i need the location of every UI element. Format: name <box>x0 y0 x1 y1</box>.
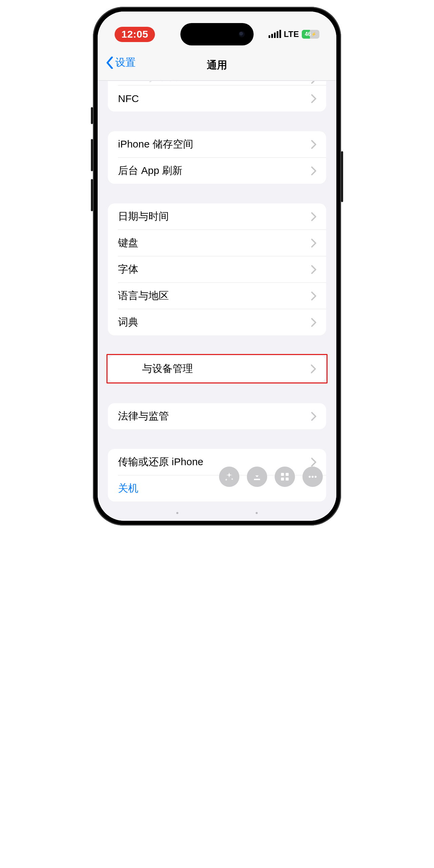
fab-download-button[interactable] <box>247 467 267 487</box>
svg-point-6 <box>315 476 317 478</box>
chevron-right-icon <box>311 265 317 274</box>
power-button[interactable] <box>341 151 343 202</box>
floating-toolbar <box>219 467 323 487</box>
group-storage: iPhone 储存空间 后台 App 刷新 <box>108 131 326 184</box>
svg-point-5 <box>312 476 314 478</box>
grid-icon <box>280 472 290 482</box>
volume-down-button[interactable] <box>91 179 93 211</box>
group-connectivity: CarPlay 车载 NFC <box>108 81 326 112</box>
network-type: LTE <box>284 29 299 39</box>
fab-grid-button[interactable] <box>275 467 295 487</box>
home-indicator <box>176 512 258 515</box>
row-label: NFC <box>118 93 311 104</box>
chevron-right-icon <box>311 239 317 248</box>
chevron-right-icon <box>311 212 317 221</box>
navigation-bar: 设置 通用 <box>98 12 336 81</box>
status-time[interactable]: 12:05 <box>115 27 155 42</box>
row-background-refresh[interactable]: 后台 App 刷新 <box>108 158 326 184</box>
chevron-right-icon <box>311 364 316 373</box>
dynamic-island <box>180 23 254 45</box>
row-label: 词典 <box>118 315 311 329</box>
row-label: CarPlay 车载 <box>118 81 311 84</box>
fab-star-button[interactable] <box>219 467 239 487</box>
chevron-right-icon <box>311 94 317 103</box>
group-system: 日期与时间 键盘 字体 语言与地区 <box>108 203 326 335</box>
chevron-right-icon <box>311 318 317 327</box>
fab-more-button[interactable] <box>302 467 323 487</box>
row-keyboard[interactable]: 键盘 <box>108 230 326 256</box>
svg-rect-0 <box>281 473 284 476</box>
row-legal[interactable]: 法律与监管 <box>108 403 326 429</box>
more-icon <box>308 472 318 482</box>
group-legal: 法律与监管 <box>108 403 326 429</box>
group-device-management: 与设备管理 <box>108 356 326 382</box>
battery-indicator: 46⚡ <box>302 30 319 39</box>
redacted-text <box>118 362 142 373</box>
svg-rect-3 <box>286 478 289 481</box>
row-label: iPhone 储存空间 <box>118 137 311 151</box>
row-nfc[interactable]: NFC <box>108 85 326 112</box>
svg-rect-2 <box>281 478 284 481</box>
row-iphone-storage[interactable]: iPhone 储存空间 <box>108 131 326 157</box>
row-vpn-device-management[interactable]: 与设备管理 <box>108 356 326 382</box>
cellular-signal-icon <box>269 31 281 38</box>
svg-rect-1 <box>286 473 289 476</box>
volume-up-button[interactable] <box>91 139 93 171</box>
page-title: 通用 <box>98 58 336 72</box>
row-label: 键盘 <box>118 236 311 250</box>
download-icon <box>252 472 262 482</box>
phone-frame: 12:05 LTE 46⚡ 设置 通用 CarP <box>93 7 341 526</box>
content-scroll[interactable]: CarPlay 车载 NFC iPhone 储存空间 后台 App 刷新 <box>98 81 336 521</box>
row-label: 法律与监管 <box>118 409 311 423</box>
sparkle-icon <box>224 472 234 482</box>
row-language-region[interactable]: 语言与地区 <box>108 283 326 309</box>
row-label: 语言与地区 <box>118 289 311 303</box>
screen: 12:05 LTE 46⚡ 设置 通用 CarP <box>98 12 336 521</box>
silence-switch[interactable] <box>91 107 93 124</box>
row-dictionary[interactable]: 词典 <box>108 309 326 335</box>
chevron-right-icon <box>311 81 317 84</box>
chevron-right-icon <box>311 292 317 300</box>
chevron-right-icon <box>311 458 317 467</box>
chevron-right-icon <box>311 140 317 149</box>
svg-point-4 <box>309 476 311 478</box>
highlight-annotation: 与设备管理 <box>106 354 328 383</box>
chevron-right-icon <box>311 412 317 421</box>
row-label: 后台 App 刷新 <box>118 164 311 178</box>
row-carplay[interactable]: CarPlay 车载 <box>108 81 326 85</box>
row-label: 与设备管理 <box>118 362 311 376</box>
row-date-time[interactable]: 日期与时间 <box>108 203 326 230</box>
row-label: 字体 <box>118 262 311 276</box>
row-fonts[interactable]: 字体 <box>108 256 326 282</box>
chevron-right-icon <box>311 166 317 175</box>
row-label: 日期与时间 <box>118 210 311 223</box>
